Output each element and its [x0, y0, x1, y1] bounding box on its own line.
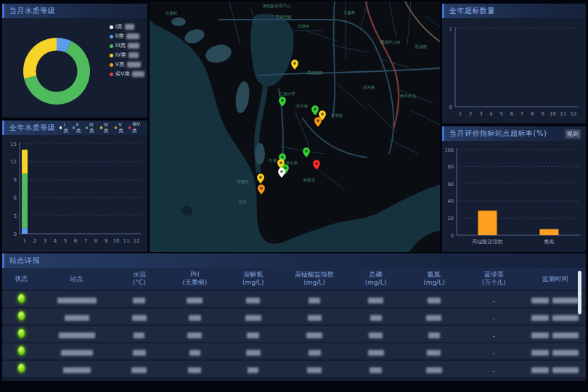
redacted-value	[308, 315, 322, 321]
legend-value-redacted	[126, 33, 139, 39]
legend-label: II类	[76, 122, 82, 134]
redacted-value	[187, 298, 203, 303]
bar-III类-month-1[interactable]	[22, 173, 28, 227]
year-legend-item-IV类[interactable]: IV类	[100, 122, 111, 134]
table-row[interactable]: -	[2, 361, 586, 377]
svg-text:6: 6	[74, 238, 78, 244]
legend-label: IV类	[115, 52, 126, 58]
bars	[22, 150, 28, 234]
legend-dot	[128, 126, 131, 129]
cell-总磷	[346, 327, 404, 341]
rules-button[interactable]: 规则	[565, 129, 581, 139]
redacted-value	[426, 367, 442, 373]
algae-value: -	[493, 368, 495, 375]
legend-label: V类	[118, 122, 125, 134]
year-legend-item-I类[interactable]: I类	[60, 122, 69, 134]
redacted-value	[134, 332, 144, 338]
map-label: 石塘村	[166, 11, 178, 16]
status-indicator-green	[17, 363, 25, 373]
algae-value: -	[493, 351, 495, 357]
legend-item-I类[interactable]: I类	[110, 24, 144, 30]
rate-bar-高锰酸盐指数[interactable]	[478, 211, 497, 235]
svg-text:11: 11	[560, 111, 566, 117]
map-label: 薛家里	[303, 178, 316, 182]
redacted-value	[427, 350, 441, 356]
legend-item-II类[interactable]: II类	[110, 33, 144, 39]
panel-year-quality-title: 全年水质等级	[9, 123, 55, 133]
map-label: 中南西路	[276, 15, 293, 20]
year-legend-item-III类[interactable]: III类	[86, 122, 97, 134]
cell-高锰酸盐指数	[282, 310, 346, 324]
legend-item-IV类[interactable]: IV类	[110, 52, 144, 58]
cell-水温	[113, 345, 166, 359]
table-row[interactable]: -	[2, 309, 586, 324]
legend-item-III类[interactable]: III类	[110, 43, 144, 49]
cell-氨氮	[405, 310, 463, 324]
donut-segments	[23, 38, 90, 105]
legend-item-V类[interactable]: V类	[110, 62, 144, 68]
redacted-value	[309, 298, 320, 303]
panel-year-quality: 全年水质等级 I类II类III类IV类V类劣V类 036912151234567…	[2, 121, 147, 252]
redacted-value	[246, 298, 260, 303]
redacted-value	[428, 332, 440, 338]
year-legend-item-劣V类[interactable]: 劣V类	[128, 121, 142, 134]
cell-状态	[2, 362, 40, 376]
year-exceed-chart: 10123456789101112	[442, 18, 586, 122]
svg-text:40: 40	[448, 198, 454, 204]
map-label: 吴塘村	[237, 179, 249, 184]
legend-dot	[60, 126, 62, 129]
year-legend-item-V类[interactable]: V类	[115, 122, 125, 134]
panel-year-exceed-header: 全年超标数量	[442, 4, 586, 18]
legend-label: V类	[115, 62, 125, 68]
cell-溶解氧	[224, 345, 282, 359]
redacted-value	[552, 332, 579, 338]
legend-value-redacted	[125, 24, 134, 30]
redacted-value	[189, 315, 201, 321]
panel-station-table: 站点详报 状态站点水温(°C)PH(无量纲)溶解氧(mg/L)高锰酸盐指数(mg…	[2, 253, 586, 381]
legend-item-劣V类[interactable]: 劣V类	[110, 71, 144, 77]
legend-label: 劣V类	[132, 121, 142, 134]
redacted-value	[552, 350, 579, 356]
panel-month-quality-header: 当月水质等级	[2, 4, 147, 18]
svg-text:7: 7	[84, 238, 87, 244]
redacted-value	[531, 315, 549, 321]
donut-segment-IV类[interactable]	[23, 38, 57, 78]
redacted-value	[368, 350, 384, 356]
redacted-value	[59, 332, 95, 338]
algae-value: -	[493, 333, 495, 340]
cell-状态	[2, 293, 40, 306]
map[interactable]: 石塘村无锡新体育中心中南西路滨湖区五星村蠡湖中心区机场路高浪西路具区路江南大学北…	[150, 1, 440, 252]
table-scrollbar[interactable]	[578, 271, 581, 314]
redacted-value	[247, 332, 259, 338]
year-legend-item-II类[interactable]: II类	[73, 122, 82, 134]
cell-溶解氧	[224, 310, 282, 324]
svg-text:9: 9	[105, 238, 107, 244]
map-label: 叶巷	[269, 158, 278, 163]
x-axis-labels: 123456789101112	[23, 238, 140, 244]
cell-蓝绿藻: -	[463, 362, 524, 376]
column-header-状态: 状态	[2, 275, 40, 283]
column-header-总磷: 总磷(mg/L)	[346, 271, 404, 287]
redacted-value	[57, 298, 97, 303]
map-label: 滨湖区	[298, 24, 310, 29]
cell-氨氮	[405, 327, 463, 341]
table-row[interactable]: -	[2, 326, 586, 342]
bar-IV类-month-1[interactable]	[22, 150, 28, 173]
cell-高锰酸盐指数	[282, 345, 346, 359]
legend-dot	[110, 44, 113, 48]
svg-text:60: 60	[448, 181, 454, 187]
svg-text:4: 4	[489, 111, 493, 117]
dashboard: 当月水质等级 I类II类III类IV类V类劣V类 全年水质等级 I类II类III…	[0, 0, 588, 392]
rate-bar-氨氮[interactable]	[540, 229, 559, 235]
status-indicator-green	[17, 293, 25, 303]
table-row[interactable]: -	[2, 343, 586, 359]
map-label: 舜生桥	[286, 160, 298, 165]
cell-氨氮	[405, 345, 463, 359]
cell-PH	[166, 310, 224, 324]
svg-text:5: 5	[64, 238, 67, 244]
cell-水温	[113, 327, 166, 341]
svg-text:3: 3	[479, 111, 482, 117]
table-row[interactable]: -	[2, 291, 586, 307]
bar-II类-month-1[interactable]	[22, 228, 28, 234]
svg-text:0: 0	[449, 105, 452, 110]
